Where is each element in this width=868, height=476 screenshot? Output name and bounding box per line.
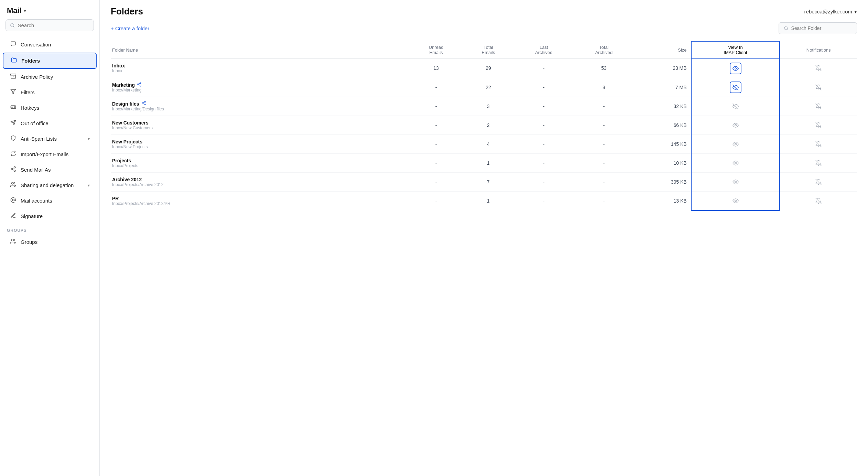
- sidebar-item-hotkeys[interactable]: Hotkeys: [3, 100, 97, 115]
- total-cell: 2: [463, 116, 514, 134]
- shield-icon: [10, 135, 17, 142]
- size-cell: 23 MB: [634, 59, 691, 78]
- chevron-down-icon: ▾: [88, 183, 90, 188]
- topbar: Folders rebecca@zylker.com ▾: [100, 0, 868, 17]
- sidebar-item-signature[interactable]: Signature: [3, 209, 97, 224]
- folder-name-cell: Inbox Inbox: [111, 59, 409, 78]
- folder-name-cell: Projects Inbox/Projects: [111, 153, 409, 172]
- sidebar-item-folders[interactable]: Folders: [3, 53, 97, 69]
- sidebar-item-import-export[interactable]: Import/Export Emails: [3, 147, 97, 162]
- table-row: New Projects Inbox/New Projects - 4 - - …: [111, 134, 857, 153]
- bell-icon[interactable]: [813, 119, 824, 131]
- page-title: Folders: [111, 6, 143, 17]
- notifications-cell[interactable]: [780, 116, 857, 134]
- sidebar-item-send-mail-as[interactable]: Send Mail As: [3, 162, 97, 177]
- sidebar-search-box[interactable]: [6, 19, 94, 31]
- sidebar-item-label: Archive Policy: [21, 74, 53, 80]
- svg-point-15: [11, 182, 13, 184]
- col-header-total: TotalEmails: [463, 41, 514, 59]
- notifications-cell[interactable]: [780, 59, 857, 78]
- svg-point-36: [735, 124, 736, 126]
- imap-cell[interactable]: [691, 116, 780, 134]
- conversation-icon: [10, 41, 17, 48]
- last-archived-cell: -: [514, 78, 574, 97]
- bell-icon[interactable]: [813, 138, 824, 150]
- unread-cell: -: [409, 97, 463, 116]
- svg-line-41: [816, 160, 822, 166]
- col-header-view-imap: View InIMAP Client: [691, 41, 780, 59]
- notifications-cell[interactable]: [780, 134, 857, 153]
- table-row: Projects Inbox/Projects - 1 - - 10 KB: [111, 153, 857, 172]
- imap-cell[interactable]: [691, 59, 780, 78]
- folder-name-cell: PR Inbox/Projects/Archive 2012/PR: [111, 191, 409, 210]
- sidebar-item-groups[interactable]: Groups: [3, 235, 97, 249]
- hotkeys-icon: [10, 104, 17, 111]
- total-cell: 1: [463, 191, 514, 210]
- col-header-size: Size: [634, 41, 691, 59]
- unread-cell: 13: [409, 59, 463, 78]
- sidebar: Mail ▾ Conversation Folders Archive Poli…: [0, 0, 100, 476]
- notifications-cell[interactable]: [780, 172, 857, 191]
- sidebar-item-archive-policy[interactable]: Archive Policy: [3, 69, 97, 84]
- signature-icon: [10, 213, 17, 220]
- svg-line-25: [139, 85, 140, 85]
- imap-cell[interactable]: [691, 134, 780, 153]
- imap-cell[interactable]: [691, 172, 780, 191]
- sidebar-item-filters[interactable]: Filters: [3, 85, 97, 100]
- plane-icon: [10, 120, 17, 127]
- notifications-cell[interactable]: [780, 191, 857, 210]
- col-header-notifications: Notifications: [780, 41, 857, 59]
- size-cell: 145 KB: [634, 134, 691, 153]
- notifications-cell[interactable]: [780, 78, 857, 97]
- bell-icon[interactable]: [813, 195, 824, 207]
- svg-line-21: [816, 65, 822, 71]
- unread-cell: -: [409, 172, 463, 191]
- search-folder-box[interactable]: [779, 22, 857, 34]
- bell-icon[interactable]: [813, 176, 824, 188]
- import-export-icon: [10, 151, 17, 158]
- bell-icon[interactable]: [813, 62, 824, 74]
- imap-cell[interactable]: [691, 153, 780, 172]
- sidebar-item-anti-spam[interactable]: Anti-Spam Lists ▾: [3, 131, 97, 146]
- notifications-cell[interactable]: [780, 97, 857, 116]
- bell-icon[interactable]: [813, 100, 824, 112]
- svg-line-14: [12, 168, 14, 169]
- svg-point-42: [735, 181, 736, 183]
- app-title-arrow: ▾: [24, 8, 26, 13]
- svg-rect-2: [10, 74, 16, 75]
- folders-table: Folder Name UnreadEmails TotalEmails Las…: [111, 41, 857, 211]
- search-input[interactable]: [18, 22, 89, 28]
- total-archived-cell: -: [574, 191, 634, 210]
- notifications-cell[interactable]: [780, 153, 857, 172]
- imap-cell[interactable]: [691, 97, 780, 116]
- send-icon: [10, 166, 17, 173]
- sidebar-item-mail-accounts[interactable]: Mail accounts: [3, 193, 97, 208]
- bell-icon[interactable]: [813, 82, 824, 93]
- groups-section-label: GROUPS: [0, 224, 99, 234]
- sidebar-item-label: Anti-Spam Lists: [21, 136, 57, 142]
- svg-point-12: [14, 170, 15, 171]
- unread-cell: -: [409, 78, 463, 97]
- search-icon: [10, 23, 15, 28]
- content-area: + Create a folder Folder Name UnreadEmai…: [100, 17, 868, 476]
- sidebar-item-sharing-delegation[interactable]: Sharing and delegation ▾: [3, 178, 97, 193]
- size-cell: 66 KB: [634, 116, 691, 134]
- svg-marker-4: [11, 89, 15, 94]
- sidebar-item-out-of-office[interactable]: Out of office: [3, 116, 97, 131]
- sidebar-item-conversation[interactable]: Conversation: [3, 37, 97, 52]
- svg-line-13: [12, 170, 14, 171]
- total-cell: 7: [463, 172, 514, 191]
- user-email[interactable]: rebecca@zylker.com ▾: [804, 9, 857, 15]
- search-folder-input[interactable]: [791, 25, 852, 31]
- total-archived-cell: -: [574, 116, 634, 134]
- svg-line-39: [816, 141, 822, 147]
- svg-line-28: [816, 84, 822, 90]
- total-cell: 1: [463, 153, 514, 172]
- at-icon: [10, 197, 17, 204]
- unread-cell: -: [409, 153, 463, 172]
- svg-point-24: [140, 85, 141, 86]
- imap-cell[interactable]: [691, 78, 780, 97]
- bell-icon[interactable]: [813, 157, 824, 169]
- imap-cell[interactable]: [691, 191, 780, 210]
- create-folder-button[interactable]: + Create a folder: [111, 25, 149, 31]
